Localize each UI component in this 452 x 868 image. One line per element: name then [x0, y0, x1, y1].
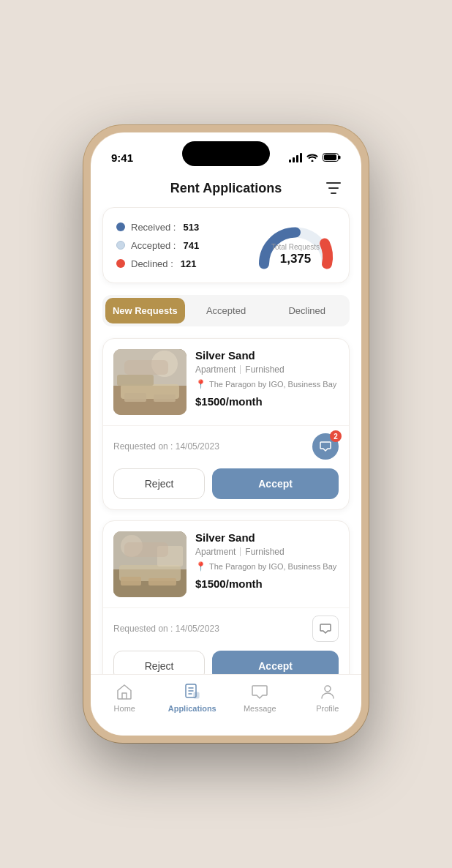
- signal-bars-icon: [289, 153, 302, 162]
- svg-point-23: [325, 686, 331, 692]
- nav-label-profile: Profile: [316, 704, 339, 713]
- declined-label: Declined :: [131, 258, 173, 269]
- nav-item-home[interactable]: Home: [91, 682, 159, 713]
- property-name-2: Silver Sand: [195, 531, 339, 544]
- nav-label-home: Home: [114, 704, 135, 713]
- property-image-2: [113, 531, 187, 597]
- svg-rect-2: [324, 154, 336, 160]
- property-footer-1: Requested on : 14/05/2023 2: [103, 425, 349, 468]
- applications-icon: [183, 682, 202, 701]
- page-title: Rent Applications: [129, 181, 323, 196]
- svg-rect-1: [339, 156, 341, 160]
- page-header: Rent Applications: [91, 172, 361, 207]
- property-card-1: Silver Sand Apartment Furnished 📍 The Pa…: [102, 338, 350, 510]
- message-icon: [250, 682, 269, 701]
- svg-rect-22: [194, 692, 199, 698]
- svg-rect-6: [117, 375, 154, 386]
- property-image-inner-1: [113, 349, 187, 415]
- accepted-dot: [116, 241, 125, 250]
- type-divider-2: [240, 547, 241, 556]
- property-card-2: Silver Sand Apartment Furnished 📍 The Pa…: [102, 520, 350, 674]
- property-footer-2: Requested on : 14/05/2023: [103, 607, 349, 651]
- property-image-inner-2: [113, 531, 187, 597]
- declined-dot: [116, 259, 125, 268]
- tab-new-requests[interactable]: New Requests: [105, 298, 185, 323]
- accept-button-2[interactable]: Accept: [212, 651, 339, 674]
- property-price-1: $1500/month: [195, 395, 339, 408]
- received-value: 513: [183, 222, 199, 233]
- filter-tabs: New Requests Accepted Declined: [102, 295, 350, 326]
- message-badge-1: 2: [330, 430, 342, 442]
- accept-button-1[interactable]: Accept: [212, 468, 339, 499]
- accepted-label: Accepted :: [131, 240, 176, 251]
- received-dot: [116, 222, 125, 231]
- card-actions-2: Reject Accept: [103, 651, 349, 674]
- status-time: 9:41: [111, 151, 133, 164]
- total-requests-label: Total Requests: [271, 243, 320, 251]
- svg-rect-8: [124, 393, 146, 402]
- svg-rect-9: [154, 394, 176, 402]
- stats-card: Received : 513 Accepted : 741 Declined :…: [102, 207, 350, 283]
- profile-icon: [318, 682, 337, 701]
- svg-point-7: [151, 351, 178, 377]
- nav-item-applications[interactable]: Applications: [159, 682, 227, 713]
- home-icon: [115, 682, 134, 701]
- location-icon-1: 📍: [195, 379, 206, 389]
- filter-button[interactable]: [323, 178, 344, 198]
- nav-label-applications: Applications: [168, 704, 216, 713]
- property-image-1: [113, 349, 187, 415]
- dynamic-island: [182, 141, 270, 166]
- tab-declined[interactable]: Declined: [267, 298, 347, 323]
- bottom-nav: Home Applications: [91, 674, 361, 736]
- property-name-1: Silver Sand: [195, 349, 339, 362]
- stats-list: Received : 513 Accepted : 741 Declined :…: [116, 222, 199, 269]
- message-button-1[interactable]: 2: [312, 433, 339, 460]
- accepted-value: 741: [183, 240, 199, 251]
- scroll-content: Received : 513 Accepted : 741 Declined :…: [91, 207, 361, 674]
- nav-label-message: Message: [244, 704, 276, 713]
- property-info-2: Silver Sand Apartment Furnished 📍 The Pa…: [103, 521, 349, 607]
- requested-date-1: Requested on : 14/05/2023: [113, 441, 219, 452]
- status-icons: [289, 153, 341, 162]
- reject-button-1[interactable]: Reject: [113, 468, 205, 499]
- received-label: Received :: [131, 222, 176, 233]
- card-actions-1: Reject Accept: [103, 468, 349, 509]
- type-divider-1: [240, 365, 241, 374]
- gauge-chart: Total Requests 1,375: [255, 220, 336, 271]
- battery-icon: [323, 153, 341, 162]
- svg-rect-13: [157, 546, 183, 566]
- stat-received: Received : 513: [116, 222, 199, 233]
- tab-accepted[interactable]: Accepted: [187, 298, 266, 323]
- requested-date-2: Requested on : 14/05/2023: [113, 624, 219, 634]
- property-details-2: Silver Sand Apartment Furnished 📍 The Pa…: [195, 531, 339, 597]
- declined-value: 121: [181, 258, 197, 269]
- property-location-2: 📍 The Paragon by IGO, Business Bay: [195, 561, 339, 572]
- property-info-1: Silver Sand Apartment Furnished 📍 The Pa…: [103, 339, 349, 425]
- nav-item-message[interactable]: Message: [226, 682, 294, 713]
- svg-rect-14: [121, 577, 141, 585]
- screen: 9:41: [91, 132, 361, 736]
- wifi-icon: [306, 153, 318, 162]
- property-type-1: Apartment Furnished: [195, 364, 339, 375]
- property-type-2: Apartment Furnished: [195, 547, 339, 557]
- phone-wrapper: 9:41: [0, 0, 452, 868]
- svg-point-16: [121, 535, 143, 557]
- svg-rect-15: [148, 578, 176, 585]
- phone-shell: 9:41: [83, 125, 369, 743]
- stat-declined: Declined : 121: [116, 258, 199, 269]
- property-details-1: Silver Sand Apartment Furnished 📍 The Pa…: [195, 349, 339, 415]
- property-location-1: 📍 The Paragon by IGO, Business Bay: [195, 379, 339, 389]
- property-price-2: $1500/month: [195, 577, 339, 590]
- message-button-2[interactable]: [312, 616, 339, 642]
- reject-button-2[interactable]: Reject: [113, 651, 205, 674]
- nav-item-profile[interactable]: Profile: [294, 682, 362, 713]
- location-icon-2: 📍: [195, 561, 206, 572]
- stat-accepted: Accepted : 741: [116, 240, 199, 251]
- total-requests-value: 1,375: [280, 252, 312, 266]
